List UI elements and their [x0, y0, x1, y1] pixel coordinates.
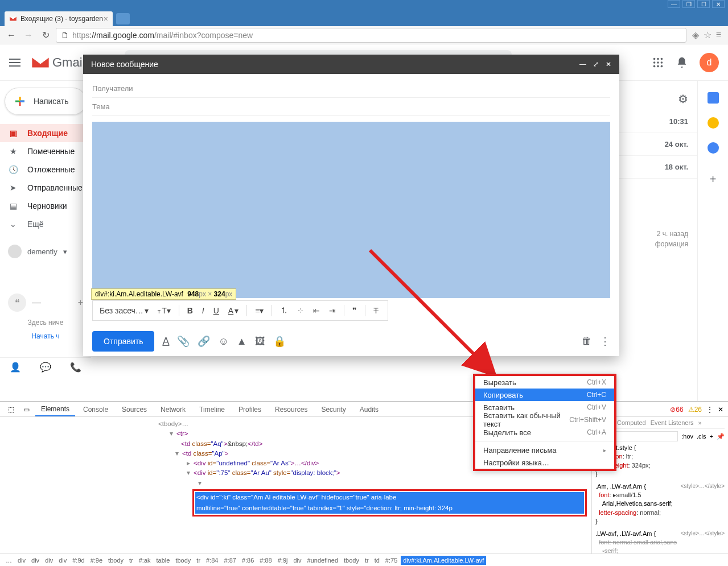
bullet-list-button[interactable]: ⁘	[294, 304, 307, 317]
devtools-tab-sources[interactable]: Sources	[116, 403, 153, 416]
url-scheme: https	[72, 31, 89, 40]
styles-pin[interactable]: 📌	[717, 433, 725, 440]
ctx-paste-plain[interactable]: Вставить как обычный текстCtrl+Shift+V	[475, 414, 614, 426]
sidebar-item-drafts[interactable]: ▤Черновики	[0, 197, 91, 215]
address-bar: ← → ↻ 🗋 https://mail.google.com/mail/#in…	[0, 26, 728, 44]
calendar-icon[interactable]	[708, 92, 719, 104]
url-input[interactable]: 🗋 https://mail.google.com/mail/#inbox?co…	[56, 28, 686, 43]
tab-close-icon[interactable]: ×	[104, 14, 108, 23]
attach-icon[interactable]: 📎	[177, 335, 190, 348]
discard-icon[interactable]: 🗑	[582, 335, 592, 348]
nav-reload[interactable]: ↻	[39, 28, 52, 42]
window-minimize[interactable]: —	[668, 0, 680, 8]
drive-icon[interactable]: ▲	[237, 336, 247, 348]
font-family-select[interactable]: Без засеч…▾	[96, 304, 152, 317]
compose-editor[interactable]: div#:ki.Am.Al.editable.LW-avf 948px × 32…	[92, 122, 610, 298]
sidebar-item-snoozed[interactable]: 🕓Отложенные	[0, 160, 91, 179]
devtools-tab-audits[interactable]: Audits	[354, 403, 384, 416]
main-menu-icon[interactable]	[9, 57, 20, 68]
account-avatar[interactable]: d	[700, 53, 719, 72]
browser-tab[interactable]: Входящие (3) - toysgarden ×	[5, 11, 113, 26]
devtools-close-icon[interactable]: ✕	[718, 406, 723, 414]
align-button[interactable]: ≡▾	[252, 304, 267, 317]
sidebar-item-inbox[interactable]: ▣Входящие	[0, 124, 91, 142]
inspect-icon[interactable]: ⬚	[5, 406, 18, 414]
formatting-toggle-icon[interactable]: A	[162, 336, 169, 348]
clear-format-button[interactable]: T	[370, 304, 382, 317]
recipients-field[interactable]: Получатели	[92, 80, 610, 98]
italic-button[interactable]: I	[199, 304, 208, 317]
window-maximize[interactable]: ☐	[697, 0, 710, 8]
indent-less-button[interactable]: ⇤	[310, 304, 323, 317]
photo-icon[interactable]: 🖼	[255, 336, 265, 348]
devtools-error-count[interactable]: ⊘66	[670, 406, 683, 414]
add-addon-icon[interactable]: +	[710, 173, 717, 186]
sent-icon: ➤	[8, 183, 18, 193]
window-close[interactable]: ✕	[712, 0, 725, 8]
hangouts-row: ❝ — +	[8, 292, 83, 313]
bookmark-icon[interactable]: ☆	[704, 30, 711, 40]
compose-header[interactable]: Новое сообщение — ⤢ ✕	[83, 55, 619, 74]
styles-add[interactable]: +	[710, 433, 713, 440]
devtools-warning-count[interactable]: ⚠26	[688, 406, 702, 414]
styles-cls[interactable]: .cls	[697, 433, 706, 440]
compose-button[interactable]: Написать	[5, 88, 87, 115]
devtools-tabs: ⬚ ▭ Elements Console Sources Network Tim…	[0, 402, 728, 417]
quote-button[interactable]: ❞	[349, 304, 360, 317]
compose-close[interactable]: ✕	[606, 60, 611, 68]
new-tab-button[interactable]	[116, 13, 130, 24]
devtools-tab-profiles[interactable]: Profiles	[233, 403, 267, 416]
settings-icon[interactable]: ⚙	[678, 93, 688, 105]
text-color-button[interactable]: A▾	[225, 304, 242, 317]
ctx-direction[interactable]: Направление письма	[475, 444, 614, 456]
devtools-tab-timeline[interactable]: Timeline	[194, 403, 231, 416]
emoji-icon[interactable]: ☺	[218, 336, 228, 348]
keep-icon[interactable]	[708, 117, 719, 129]
styles-tab-listeners[interactable]: Event Listeners	[651, 419, 694, 426]
ordered-list-button[interactable]: ⒈	[277, 303, 291, 318]
devtools-tab-resources[interactable]: Resources	[269, 403, 313, 416]
font-size-select[interactable]: тT▾	[154, 304, 174, 317]
devtools-tab-console[interactable]: Console	[77, 403, 114, 416]
nav-back[interactable]: ←	[5, 28, 18, 42]
plus-icon	[13, 94, 27, 108]
devtools-tab-security[interactable]: Security	[315, 403, 351, 416]
hangouts-user[interactable]: dementiy ▾	[0, 245, 91, 258]
menu-icon[interactable]: ≡	[716, 30, 721, 40]
extension-icon[interactable]: ◈	[692, 30, 699, 40]
window-titlebar: — ❐ ☐ ✕	[0, 0, 728, 9]
notifications-icon[interactable]	[676, 56, 688, 69]
styles-hov[interactable]: :hov	[681, 433, 693, 440]
ctx-cut[interactable]: ВырезатьCtrl+X	[475, 376, 614, 389]
devtools-breadcrumbs[interactable]: … div div div div #:9d #:9e tbody tr #:a…	[0, 553, 728, 566]
gmail-logo[interactable]: Gmail	[32, 55, 85, 70]
subject-field[interactable]: Тема	[92, 98, 610, 116]
hangouts-start-link[interactable]: Начать ч	[8, 332, 83, 340]
hangouts-tab-chat[interactable]: 💬	[30, 358, 60, 376]
link-icon[interactable]: 🔗	[198, 335, 210, 348]
devtools-tab-elements[interactable]: Elements	[35, 403, 75, 416]
ctx-copy[interactable]: КопироватьCtrl+C	[475, 389, 614, 401]
underline-button[interactable]: U	[210, 304, 223, 317]
devtools-tab-network[interactable]: Network	[155, 403, 191, 416]
send-button[interactable]: Отправить	[92, 331, 154, 352]
hangouts-tab-contacts[interactable]: 👤	[0, 358, 30, 376]
sidebar-item-more[interactable]: ⌄Ещё	[0, 215, 91, 233]
tasks-icon[interactable]	[708, 142, 719, 154]
more-options-icon[interactable]: ⋮	[600, 335, 610, 348]
compose-popout[interactable]: ⤢	[593, 60, 599, 68]
ctx-language[interactable]: Настройки языка…	[475, 456, 614, 469]
window-restore[interactable]: ❐	[682, 0, 695, 8]
confidential-icon[interactable]: 🔒	[273, 335, 286, 348]
sidebar-item-sent[interactable]: ➤Отправленные	[0, 179, 91, 197]
hangouts-tab-phone[interactable]: 📞	[61, 358, 91, 376]
sidebar-item-starred[interactable]: ★Помеченные	[0, 142, 91, 160]
breadcrumb-selected[interactable]: div#:ki.Am.Al.editable.LW-avf	[401, 556, 486, 565]
compose-minimize[interactable]: —	[579, 60, 586, 68]
bold-button[interactable]: B	[184, 304, 196, 317]
apps-icon[interactable]	[652, 56, 664, 69]
device-icon[interactable]: ▭	[20, 406, 33, 414]
styles-tab-computed[interactable]: Computed	[617, 419, 646, 426]
devtools-more-icon[interactable]: ⋮	[706, 406, 713, 414]
indent-more-button[interactable]: ⇥	[326, 304, 339, 317]
